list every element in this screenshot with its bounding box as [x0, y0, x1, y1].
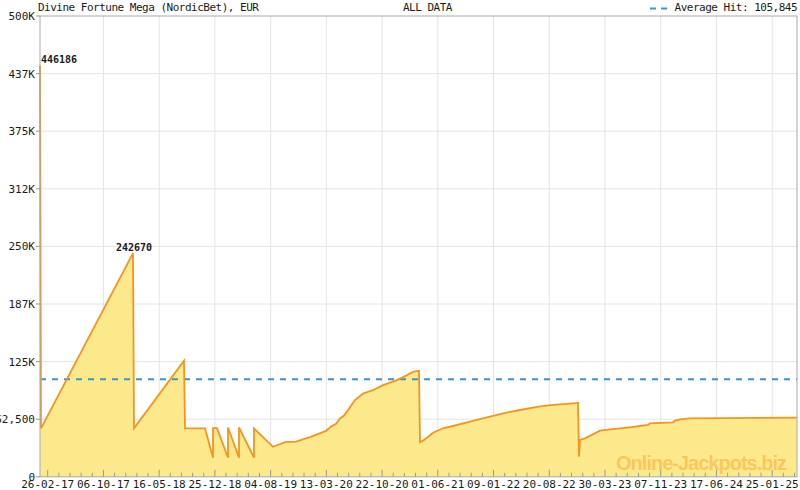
peak-annotation: 446186	[41, 54, 77, 65]
y-axis-label: 125K	[9, 356, 36, 369]
jackpot-chart-window: Divine Fortune Mega (NordicBet), EUR ALL…	[0, 0, 800, 490]
watermark: Online-Jackpots.biz	[616, 452, 786, 475]
x-axis-label: 26-02-17	[21, 478, 74, 490]
x-axis-label: 17-06-24	[690, 478, 743, 490]
peak-annotation: 242670	[116, 242, 152, 253]
y-axis-label: 375K	[9, 125, 36, 138]
x-axis-label: 09-01-22	[467, 478, 520, 490]
x-axis-label: 20-08-22	[523, 478, 576, 490]
x-axis-label: 25-01-25	[746, 478, 799, 490]
x-axis-label: 07-11-23	[634, 478, 687, 490]
y-axis-label: 187K	[9, 298, 36, 311]
x-axis-label: 04-08-19	[244, 478, 297, 490]
x-axis-label: 22-10-20	[356, 478, 409, 490]
y-axis-label: 500K	[9, 10, 36, 23]
y-axis-label: 312K	[9, 183, 36, 196]
x-axis-label: 25-12-18	[188, 478, 241, 490]
jackpot-area-fill	[40, 66, 797, 477]
y-axis-label: 437K	[9, 68, 36, 81]
y-axis-label: 62,500	[0, 413, 35, 426]
y-axis-label: 250K	[9, 240, 36, 253]
x-axis-label: 06-10-17	[77, 478, 130, 490]
x-axis-label: 30-03-23	[579, 478, 632, 490]
x-axis-label: 01-06-21	[411, 478, 464, 490]
x-axis-label: 16-05-18	[133, 478, 186, 490]
jackpot-area-chart: 500K437K375K312K250K187K125K62,500026-02…	[0, 0, 800, 490]
jackpot-line	[40, 66, 797, 458]
x-axis-label: 13-03-20	[300, 478, 353, 490]
